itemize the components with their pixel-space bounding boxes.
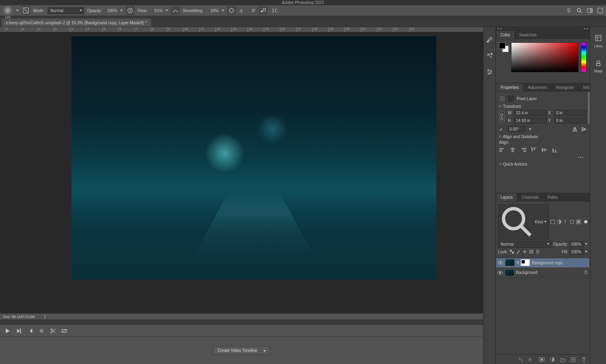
horizontal-ruler[interactable]: 1012345678910111213141516171819202122232…	[0, 27, 483, 32]
doc-size-label[interactable]: Doc: 86.1M/170.5M	[3, 315, 35, 319]
cloud-share-icon[interactable]	[566, 7, 572, 14]
tab-properties[interactable]: Properties	[497, 84, 523, 91]
lock-position-icon[interactable]	[522, 249, 527, 254]
layers-menu-icon[interactable]	[585, 195, 590, 199]
workspace-icon[interactable]	[587, 7, 593, 14]
libraries-icon[interactable]	[595, 34, 602, 42]
document-tab[interactable]: e-benz-qi2hmCwlhcE-unsplash-2 @ 33.3% (B…	[2, 19, 151, 27]
filter-adjustment-icon[interactable]	[557, 219, 562, 224]
transform-section-header[interactable]: ▽Transform	[499, 104, 587, 109]
lock-icon[interactable]	[584, 270, 588, 275]
lock-pixels-icon[interactable]	[516, 249, 521, 254]
angle-input[interactable]: 0.00°	[508, 126, 526, 132]
link-layers-icon[interactable]	[518, 357, 524, 362]
step-back-button[interactable]	[27, 328, 33, 334]
mask-link-icon[interactable]: ⛓	[516, 261, 519, 265]
new-layer-icon[interactable]	[570, 357, 576, 362]
layer-thumbnail[interactable]	[505, 259, 515, 266]
layer-item[interactable]: Background	[496, 268, 590, 278]
layer-name[interactable]: Background	[516, 270, 537, 275]
x-input[interactable]: 0 in	[555, 110, 587, 116]
collapse-right-icon[interactable]: ►►	[583, 27, 589, 30]
width-input[interactable]: 22.4 in	[514, 110, 547, 116]
delete-icon[interactable]	[581, 357, 587, 362]
fill-dropdown-icon[interactable]	[585, 251, 587, 252]
layer-opacity-input[interactable]: 100%	[570, 241, 583, 247]
filter-pixel-icon[interactable]	[550, 219, 555, 224]
foreground-background-swatch[interactable]	[499, 42, 509, 52]
tab-adjustments[interactable]: Adjustmen	[524, 84, 551, 91]
brushes-icon[interactable]	[486, 52, 493, 59]
flip-vertical-icon[interactable]	[581, 126, 587, 132]
lock-transparency-icon[interactable]	[509, 249, 514, 254]
fill-input[interactable]: 100%	[570, 249, 583, 255]
blend-mode-select[interactable]: Normal	[48, 7, 84, 14]
lock-artboard-icon[interactable]	[529, 249, 534, 254]
symmetry-toggle[interactable]	[270, 6, 278, 15]
visibility-toggle[interactable]	[498, 260, 503, 265]
lock-all-icon[interactable]	[535, 249, 540, 254]
flow-dropdown-icon[interactable]	[166, 10, 168, 11]
opacity-input[interactable]: 100%	[105, 8, 117, 13]
smoothing-dropdown-icon[interactable]	[222, 10, 224, 11]
color-field[interactable]	[511, 42, 579, 72]
airbrush-toggle[interactable]	[171, 6, 179, 15]
tab-layers[interactable]: Layers	[497, 194, 517, 201]
height-input[interactable]: 14.93 in	[514, 118, 547, 124]
align-center-v-icon[interactable]	[541, 147, 547, 153]
scissors-icon[interactable]	[50, 328, 56, 334]
layer-filter-kind[interactable]: Kind	[498, 204, 549, 240]
align-right-icon[interactable]	[520, 147, 526, 153]
smoothing-input[interactable]: 10%	[206, 8, 219, 13]
flip-horizontal-icon[interactable]	[572, 126, 578, 132]
brush-settings-icon[interactable]	[486, 36, 493, 43]
align-left-icon[interactable]	[499, 147, 505, 153]
foreground-color-swatch[interactable]	[499, 42, 505, 49]
transition-icon[interactable]	[61, 328, 67, 334]
layer-thumbnail[interactable]	[505, 269, 514, 276]
layer-name[interactable]: Background copy	[532, 261, 563, 265]
tab-swatches[interactable]: Swatches	[515, 31, 541, 39]
pressure-opacity-toggle[interactable]	[126, 6, 134, 15]
visibility-toggle[interactable]	[497, 270, 503, 276]
timeline-menu-icon[interactable]	[476, 320, 481, 324]
pressure-size-toggle[interactable]	[259, 6, 267, 15]
properties-scrollbar[interactable]	[588, 92, 590, 124]
layer-blend-mode[interactable]: Normal	[498, 241, 551, 248]
shapes-icon[interactable]	[595, 59, 602, 67]
smoothing-options-icon[interactable]	[227, 6, 236, 15]
status-flyout-icon[interactable]: ❯	[43, 315, 46, 319]
screen-mode-icon[interactable]	[597, 7, 604, 14]
align-center-h-icon[interactable]	[509, 147, 516, 153]
brush-preset[interactable]: 125	[2, 5, 13, 16]
constrain-proportions-icon[interactable]	[499, 111, 505, 123]
play-button[interactable]	[5, 328, 11, 334]
opacity-dropdown-icon[interactable]	[120, 10, 123, 11]
filter-type-icon[interactable]: T	[563, 219, 568, 224]
add-mask-icon[interactable]	[539, 357, 545, 362]
adjustment-layer-icon[interactable]	[549, 357, 555, 362]
more-options-icon[interactable]: •••	[499, 155, 587, 160]
layer-item[interactable]: ⛓Background copy	[496, 258, 590, 268]
filter-smart-icon[interactable]	[576, 219, 581, 224]
layer-effects-icon[interactable]: fx	[528, 357, 534, 362]
quick-actions-header[interactable]: ▽Quick Actions	[499, 162, 587, 166]
hue-slider[interactable]	[581, 42, 587, 72]
tab-channels[interactable]: Channels	[518, 194, 543, 201]
align-section-header[interactable]: ▽Align and Distribute	[499, 135, 587, 139]
filter-toggle[interactable]	[584, 220, 587, 223]
layer-opacity-dropdown-icon[interactable]	[585, 243, 587, 245]
search-icon[interactable]	[576, 7, 583, 14]
group-icon[interactable]	[560, 357, 566, 362]
filter-shape-icon[interactable]	[570, 219, 574, 224]
create-video-timeline-button[interactable]: Create Video Timeline	[213, 346, 270, 355]
step-forward-button[interactable]	[16, 328, 22, 334]
align-bottom-icon[interactable]	[551, 147, 558, 153]
tab-paths[interactable]: Paths	[543, 194, 562, 201]
color-panel-menu-icon[interactable]	[585, 33, 590, 37]
tab-color[interactable]: Color	[497, 31, 514, 39]
align-top-icon[interactable]	[530, 147, 537, 153]
brush-dropdown-icon[interactable]	[16, 10, 19, 11]
angle-dropdown-icon[interactable]	[529, 128, 531, 130]
flow-input[interactable]: 51%	[150, 8, 162, 13]
